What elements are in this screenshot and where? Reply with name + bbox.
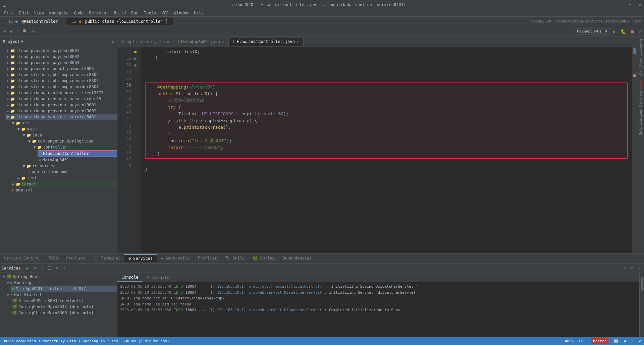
tree-item-payment8001[interactable]: ▶ 📁 cloud-provider-payment8001: [5, 48, 117, 54]
top-tab-class[interactable]: 12 ● public class FlowLimitController {: [66, 18, 173, 25]
stop-button[interactable]: ■: [629, 28, 636, 35]
service-notstarted-group[interactable]: ▼ ✗ Not Started: [5, 292, 117, 298]
tab-actuator[interactable]: ⚡ Actuator: [143, 274, 176, 281]
tab-close-icon[interactable]: ✕: [297, 39, 299, 44]
tab-version-control[interactable]: Version Control: [0, 254, 44, 262]
database-icon[interactable]: Database: [639, 91, 642, 107]
minimize-button[interactable]: ─: [629, 2, 631, 7]
maven-icon[interactable]: Maven: [639, 78, 642, 89]
menu-help[interactable]: Help: [191, 10, 206, 16]
tab-services[interactable]: ⚙ Services: [124, 254, 157, 262]
menu-run[interactable]: Run: [128, 10, 141, 16]
tree-item-mainapp[interactable]: A MainApp8401: [38, 157, 117, 163]
tree-item-appyml[interactable]: Y application.yml: [27, 169, 117, 175]
tab-spring[interactable]: 🌿 Spring: [249, 254, 278, 262]
tree-item-pomxml[interactable]: P pom.xml: [11, 187, 117, 193]
run-button[interactable]: ▶: [611, 28, 618, 35]
code-text[interactable]: return testD; } @GetMapping(☉"/testD") p…: [141, 47, 632, 253]
tree-item-consul8006[interactable]: ▶ 📁 cloud-providerconsul-payment8006: [5, 66, 117, 72]
tree-item-payment8002[interactable]: ▶ 📁 cloud-provider-payment8002: [5, 54, 117, 60]
tree-item-flowlimit[interactable]: C FlowLimitController: [38, 150, 117, 157]
tab-build[interactable]: 🔨 Build: [221, 254, 249, 262]
tab-problems[interactable]: Problems: [62, 254, 90, 262]
tree-item-java[interactable]: ▼ 📁 java: [21, 132, 117, 138]
tree-item-payment8004[interactable]: ▶ 📁 cloud-provider-payment8004: [5, 60, 117, 66]
status-settings-icon[interactable]: ⚙: [639, 339, 641, 343]
service-configcenter3344[interactable]: 🌿 ConfigCenterMain3344 [devtools]: [11, 304, 117, 310]
tree-item-controller-folder[interactable]: ▼ 📁 controller: [32, 144, 117, 150]
tree-item-sentinel8401[interactable]: ▼ 📁 cloudalibaba-sentinel-service8401: [5, 114, 117, 120]
tab-autobuild[interactable]: ▶ Auto-build: [157, 254, 194, 262]
bookmark-icon[interactable]: Bookmarks: [639, 38, 642, 56]
tab-profiler[interactable]: Profiler: [194, 254, 221, 262]
tree-item-target[interactable]: ▶ 📁 target: [11, 181, 117, 187]
services-run-btn[interactable]: ▶: [24, 265, 31, 272]
forward-button[interactable]: ▶: [8, 28, 15, 34]
menu-vcs[interactable]: VCS: [159, 10, 171, 16]
sidebar-settings-icon[interactable]: ⚙: [112, 39, 114, 44]
service-springboot[interactable]: ▼ 🌿 Spring Boot: [0, 274, 117, 280]
tab-dependencies[interactable]: Dependencies: [279, 254, 316, 262]
structure-icon[interactable]: Structure: [639, 58, 642, 76]
menu-edit[interactable]: Edit: [16, 10, 32, 16]
tab-appyml[interactable]: Y application.yml ✕ ✕: [117, 38, 173, 46]
tab-terminal[interactable]: ⬛ Terminal: [90, 254, 124, 262]
tree-item-payment9001[interactable]: ▶ 📁 cloudalibaba-provider-payment9001: [5, 102, 117, 108]
notifications-icon[interactable]: Notifications: [639, 109, 642, 135]
tab-console[interactable]: Console: [117, 274, 143, 282]
services-group-btn[interactable]: ≡: [32, 265, 38, 272]
close-button[interactable]: ✕: [639, 2, 641, 7]
status-locale-icon[interactable]: 🔤: [614, 339, 619, 343]
tree-item-nacos3377[interactable]: ▶ 📁 cloudalibaba-config-nacos-client3377: [5, 90, 117, 96]
services-add-btn[interactable]: +: [61, 265, 68, 272]
tree-item-src[interactable]: ▼ 📁 src: [11, 120, 117, 126]
tree-item-package[interactable]: ▼ 📁 com.angenin.springcloud: [27, 138, 117, 144]
menu-file[interactable]: File: [1, 10, 16, 16]
tree-item-rabbit8801[interactable]: ▶ 📁 cloud-stream-rabbitmq-provider8801: [5, 84, 117, 90]
debug-button[interactable]: 🐛: [619, 28, 628, 35]
status-warning-icon[interactable]: ⚠: [632, 339, 634, 343]
tree-item-order83[interactable]: ▶ 📁 cloudalibaba-consumer-nacos-order83: [5, 96, 117, 102]
project-dropdown-icon[interactable]: ▼: [21, 39, 23, 44]
maximize-button[interactable]: □: [634, 2, 636, 7]
menu-view[interactable]: View: [32, 10, 47, 16]
nav-search-icon[interactable]: 🔍: [21, 28, 30, 34]
refresh-button[interactable]: ↻: [636, 28, 643, 34]
service-configclient3366[interactable]: 🌿 ConfigClientMain3366 [devtools]: [11, 310, 117, 316]
service-mainapp8401[interactable]: ▶ MainApp8401 [devtools] :8401/: [11, 286, 117, 292]
menu-refactor[interactable]: Refactor: [86, 10, 111, 16]
tree-item-rabbit8803[interactable]: ▶ 📁 cloud-stream-rabbitmq-consumer8803: [5, 78, 117, 84]
panel-close-btn[interactable]: ✕: [636, 265, 643, 272]
back-button[interactable]: ◀: [1, 28, 8, 34]
tree-label: FlowLimitController: [43, 151, 89, 156]
tab-close-icon[interactable]: ✕: [164, 40, 166, 44]
tab-flowlimit[interactable]: C FlowLimitController.java ✕: [229, 38, 304, 46]
tree-item-test[interactable]: ▶ 📁 test: [16, 175, 117, 181]
status-translate-icon[interactable]: A: [624, 339, 626, 343]
service-streammq8803[interactable]: 🌿 StreamMQMain8803 [devtools]: [11, 298, 117, 304]
menu-code[interactable]: Code: [71, 10, 87, 16]
menu-navigate[interactable]: Navigate: [47, 10, 71, 16]
panel-maximize-btn[interactable]: ⤢: [621, 265, 628, 272]
tree-item-rabbit8802[interactable]: ▶ 📁 cloud-stream-rabbitmq-consumer8802: [5, 72, 117, 78]
services-sort-btn[interactable]: ↕: [39, 265, 46, 272]
tab-mainapp[interactable]: A MainApp8401.java ✕: [173, 38, 229, 46]
menu-tools[interactable]: Tools: [141, 10, 159, 16]
top-tab-active[interactable]: 11 ● @RestController: [0, 18, 66, 25]
code-editor-content[interactable]: 31 32 33 34 35 36 37 38 39 40 41 42 43 4…: [117, 47, 637, 253]
tab-todo[interactable]: TODO: [44, 254, 62, 262]
tab-close-icon[interactable]: ✕: [222, 40, 224, 44]
panel-settings-btn[interactable]: ⚙: [629, 265, 635, 272]
tree-item-payment9002[interactable]: ▶ 📁 cloudalibaba-provider-payment9002: [5, 108, 117, 114]
service-running-group[interactable]: ▼ ▶ Running: [5, 280, 117, 286]
status-position[interactable]: 48:2: [565, 339, 574, 343]
status-encoding[interactable]: CRL: [579, 339, 586, 343]
run-config-selector[interactable]: MainApp8401 ▼: [574, 28, 610, 35]
services-filter-btn[interactable]: ☰: [46, 265, 53, 272]
tree-item-main[interactable]: ▼ 📁 main: [16, 126, 117, 132]
menu-window[interactable]: Window: [171, 10, 191, 16]
menu-build[interactable]: Build: [111, 10, 128, 16]
nav-settings-icon[interactable]: ⚙: [30, 28, 37, 34]
tree-item-resources[interactable]: ▼ 📁 resources: [21, 163, 117, 169]
services-expand-btn[interactable]: ⊕: [54, 265, 60, 272]
